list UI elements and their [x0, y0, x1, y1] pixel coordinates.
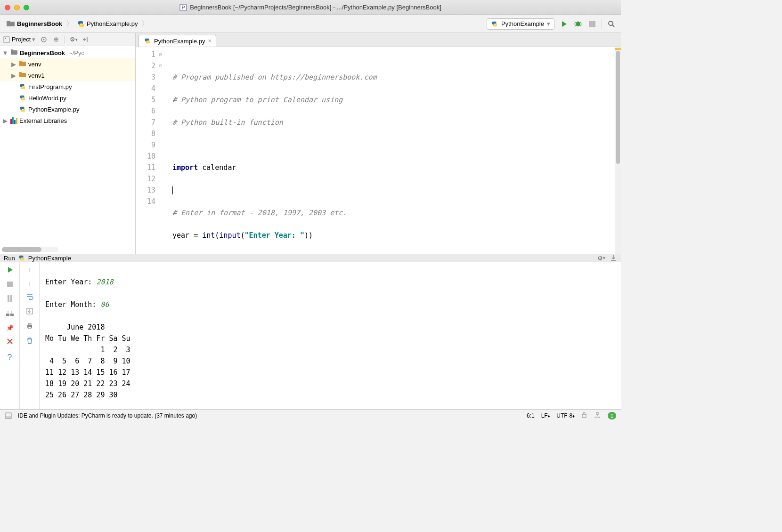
tree-external-libraries[interactable]: ▶ External Libraries — [0, 115, 135, 126]
run-configuration-dropdown[interactable]: PythonExample ▾ — [487, 18, 554, 30]
python-file-icon — [19, 94, 26, 102]
run-panel-header: Run PythonExample ⚙▾ — [0, 254, 621, 262]
sidebar-header: Project▾ ⚙▾ — [0, 33, 135, 46]
run-panel: Run PythonExample ⚙▾ 📌 ? ↑ ↓ Enter Year:… — [0, 254, 621, 409]
chevron-right-icon: 〉 — [141, 19, 149, 29]
close-tab-icon[interactable]: × — [208, 38, 211, 44]
editor-scrollbar[interactable] — [615, 47, 621, 254]
fold-gutter: ⊟⊟ — [159, 47, 169, 254]
pycharm-icon: P — [179, 4, 187, 11]
python-file-icon — [144, 37, 151, 45]
run-toolbar-left-2: ↑ ↓ — [20, 262, 40, 421]
svg-rect-7 — [5, 38, 6, 39]
svg-rect-12 — [10, 295, 12, 302]
editor-area: PythonExample.py × 1234567891011121314 ⊟… — [136, 33, 621, 254]
svg-rect-4 — [589, 21, 595, 27]
svg-point-5 — [609, 21, 613, 25]
titlebar: P BeginnersBook [~/PycharmProjects/Begin… — [0, 0, 621, 15]
chevron-right-icon: 〉 — [66, 19, 73, 29]
chevron-right-icon: ▶ — [10, 72, 17, 79]
breadcrumb-project[interactable]: BeginnersBook — [5, 19, 64, 29]
soft-wrap-button[interactable] — [26, 293, 33, 301]
folder-icon — [19, 72, 26, 79]
folder-icon — [10, 49, 18, 56]
tree-folder-venv1[interactable]: ▶ venv1 — [0, 70, 135, 81]
main-toolbar: BeginnersBook 〉 PythonExample.py 〉 Pytho… — [0, 15, 621, 33]
code-content[interactable]: # Program published on https://beginners… — [169, 47, 615, 254]
chevron-down-icon: ▾ — [547, 20, 550, 27]
svg-rect-6 — [4, 37, 9, 42]
run-label: Run — [4, 255, 15, 262]
python-file-icon — [19, 105, 26, 113]
run-toolbar-left: 📌 ? — [0, 262, 20, 421]
rerun-button[interactable] — [6, 266, 14, 275]
search-button[interactable] — [607, 19, 616, 29]
python-icon — [491, 20, 498, 28]
breadcrumb-file[interactable]: PythonExample.py — [75, 19, 139, 29]
console-output[interactable]: Enter Year: 2018 Enter Month: 06 June 20… — [40, 262, 621, 421]
scroll-button[interactable] — [26, 308, 33, 316]
code-editor[interactable]: 1234567891011121314 ⊟⊟ # Program publish… — [136, 47, 621, 254]
project-sidebar: Project▾ ⚙▾ ▼ BeginnersBook ~/Pyc ▶ venv… — [0, 33, 136, 254]
trash-button[interactable] — [26, 337, 33, 346]
tree-root[interactable]: ▼ BeginnersBook ~/Pyc — [0, 47, 135, 58]
python-file-icon — [77, 20, 85, 28]
close-button[interactable] — [7, 338, 13, 346]
python-icon — [18, 254, 25, 262]
svg-rect-10 — [7, 282, 13, 287]
chevron-right-icon: ▶ — [10, 61, 17, 68]
collapse-icon[interactable] — [52, 36, 60, 43]
folder-icon — [7, 20, 15, 28]
svg-point-3 — [576, 22, 580, 26]
svg-rect-11 — [8, 295, 9, 302]
folder-icon — [19, 60, 26, 68]
main-area: Project▾ ⚙▾ ▼ BeginnersBook ~/Pyc ▶ venv… — [0, 33, 621, 254]
project-icon — [3, 36, 10, 43]
chevron-down-icon: ▼ — [2, 49, 8, 56]
stop-button[interactable] — [587, 19, 597, 29]
breadcrumb: BeginnersBook 〉 PythonExample.py 〉 — [5, 19, 149, 29]
gear-icon[interactable]: ⚙▾ — [70, 36, 77, 43]
dump-button[interactable] — [6, 310, 14, 318]
svg-rect-13 — [6, 314, 9, 316]
editor-tab[interactable]: PythonExample.py × — [138, 35, 216, 47]
tree-file[interactable]: FirstProgram.py — [0, 81, 135, 92]
gear-icon[interactable]: ⚙▾ — [597, 254, 605, 262]
tree-folder-venv[interactable]: ▶ venv — [0, 58, 135, 70]
hide-icon[interactable] — [82, 36, 90, 43]
libraries-icon — [10, 117, 17, 124]
sidebar-scrollbar[interactable] — [2, 247, 58, 252]
svg-rect-17 — [28, 323, 31, 325]
svg-text:P: P — [182, 5, 185, 10]
up-button[interactable]: ↑ — [28, 266, 31, 273]
chevron-right-icon: ▶ — [2, 117, 8, 124]
window-title: P BeginnersBook [~/PycharmProjects/Begin… — [0, 4, 621, 11]
editor-tabbar: PythonExample.py × — [136, 33, 621, 47]
tree-file[interactable]: PythonExample.py — [0, 104, 135, 115]
debug-button[interactable] — [573, 19, 583, 29]
down-button[interactable]: ↓ — [28, 280, 31, 287]
svg-rect-20 — [6, 416, 11, 419]
project-tree[interactable]: ▼ BeginnersBook ~/Pyc ▶ venv ▶ venv1 Fir… — [0, 46, 135, 247]
text-cursor — [172, 186, 173, 194]
print-button[interactable] — [26, 322, 33, 330]
run-button[interactable] — [559, 19, 569, 29]
locate-icon[interactable] — [40, 36, 48, 43]
project-view-selector[interactable]: Project▾ — [3, 36, 35, 43]
pin-button[interactable]: 📌 — [6, 324, 14, 331]
svg-rect-18 — [28, 327, 31, 329]
svg-rect-14 — [10, 314, 14, 316]
pause-button[interactable] — [7, 295, 13, 303]
stop-button[interactable] — [7, 282, 13, 289]
statusbar-icon[interactable] — [5, 412, 12, 419]
run-config-name: PythonExample — [28, 255, 71, 262]
help-button[interactable]: ? — [7, 353, 12, 363]
download-icon[interactable] — [610, 254, 617, 262]
line-number-gutter: 1234567891011121314 — [136, 47, 159, 254]
tree-file[interactable]: HelloWorld.py — [0, 92, 135, 104]
svg-point-9 — [43, 39, 45, 40]
python-file-icon — [19, 83, 26, 90]
